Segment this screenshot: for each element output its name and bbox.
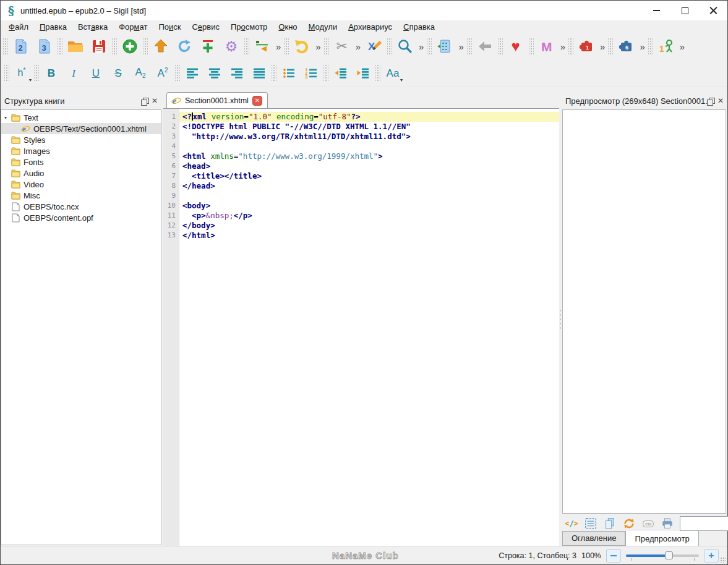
code-line-11[interactable]: 11 <p>&nbsp;</p>	[163, 211, 559, 221]
numbered-list-button[interactable]: 1 2 3	[300, 62, 322, 83]
toolbar-grip[interactable]	[4, 65, 9, 81]
expander-icon[interactable]: ▾	[1, 115, 10, 121]
code-line-9[interactable]: 9	[163, 191, 559, 201]
menu-item-2[interactable]: Вставка	[72, 22, 113, 32]
close-dock-icon[interactable]: ✕	[152, 97, 158, 104]
toolbar-grip[interactable]	[323, 65, 328, 81]
toolbar-grip[interactable]	[387, 38, 392, 54]
tree-item-4[interactable]: Fonts	[1, 156, 161, 168]
menu-item-5[interactable]: Сервис	[186, 22, 225, 32]
toolbar-grip[interactable]	[608, 38, 613, 54]
code-line-10[interactable]: 10<body>	[163, 201, 559, 211]
preview-viewport[interactable]	[562, 109, 726, 514]
code-line-6[interactable]: 6<head>	[163, 161, 559, 171]
toolbar-grip[interactable]	[175, 65, 180, 81]
menu-item-6[interactable]: Просмотр	[225, 22, 273, 32]
minimize-button[interactable]	[642, 1, 670, 20]
toolbar-grip[interactable]	[375, 65, 380, 81]
outdent-button[interactable]	[330, 62, 352, 83]
menu-item-4[interactable]: Поиск	[153, 22, 186, 32]
toolbar-overflow-button[interactable]: »	[417, 41, 426, 52]
select-all-button[interactable]	[584, 517, 597, 530]
marked-text-button[interactable]: M	[535, 35, 559, 57]
toolbar-grip[interactable]	[427, 38, 432, 54]
maximize-button[interactable]	[670, 1, 699, 20]
menu-item-8[interactable]: Модули	[303, 22, 343, 32]
toolbar-grip[interactable]	[112, 38, 117, 54]
undo-button[interactable]	[290, 35, 314, 57]
inspect-code-button[interactable]: </>	[565, 517, 578, 530]
well-formed-check-button[interactable]: X	[362, 35, 386, 57]
tree-item-9[interactable]: OEBPS/content.opf	[1, 212, 161, 223]
new-epub2-button[interactable]: 2	[9, 35, 33, 57]
align-center-button[interactable]	[203, 62, 226, 83]
cut-button[interactable]: ✂	[330, 35, 354, 57]
toolbar-overflow-button[interactable]: »	[678, 41, 687, 52]
toolbar-grip[interactable]	[272, 65, 276, 81]
strikethrough-button[interactable]: S	[107, 62, 129, 83]
metadata-editor-button[interactable]	[433, 35, 456, 57]
italic-button[interactable]: I	[62, 62, 85, 83]
tree-item-2[interactable]: Styles	[1, 134, 161, 145]
float-dock-icon[interactable]	[141, 98, 148, 104]
bullet-list-button[interactable]	[278, 62, 300, 83]
toolbar-grip[interactable]	[324, 38, 329, 54]
code-line-13[interactable]: 13</html>	[163, 231, 559, 240]
new-epub3-button[interactable]: 3	[33, 35, 56, 57]
add-existing-button[interactable]	[149, 35, 173, 57]
refresh-preview-button[interactable]	[622, 517, 636, 530]
close-dock-icon[interactable]: ✕	[717, 97, 724, 104]
save-button[interactable]	[87, 35, 111, 57]
insert-file-button[interactable]	[196, 35, 220, 57]
book-browser-tree[interactable]: ▾TexteOEBPS/Text/Section0001.xhtmlStyles…	[1, 109, 161, 545]
copy-button[interactable]	[603, 517, 617, 530]
plugin1-button[interactable]: 1	[575, 35, 598, 57]
find-replace-button[interactable]	[393, 35, 417, 57]
css-toggle-button[interactable]: css	[641, 517, 655, 530]
code-line-8[interactable]: 8</head>	[163, 181, 559, 191]
close-button[interactable]	[699, 1, 727, 20]
tree-item-8[interactable]: OEBPS/toc.ncx	[1, 201, 161, 212]
toolbar-grip[interactable]	[648, 38, 653, 54]
code-line-5[interactable]: 5<html xmlns="http://www.w3.org/1999/xht…	[163, 151, 559, 161]
tree-item-1[interactable]: eOEBPS/Text/Section0001.xhtml	[1, 123, 161, 134]
toolbar-overflow-button[interactable]: »	[314, 41, 322, 52]
align-right-button[interactable]	[226, 62, 248, 83]
resize-grip[interactable]	[720, 557, 726, 563]
tree-item-7[interactable]: Misc	[1, 190, 161, 201]
toolbar-grip[interactable]	[284, 38, 289, 54]
toolbar-grip[interactable]	[467, 38, 472, 54]
toolbar-grip[interactable]	[34, 65, 39, 81]
plugin-launcher-button[interactable]: 1	[654, 35, 678, 57]
code-line-12[interactable]: 12</body>	[163, 221, 559, 231]
subscript-button[interactable]: A2	[129, 62, 152, 83]
code-line-7[interactable]: 7 <title></title>	[163, 171, 559, 181]
plugin6-button[interactable]: 6	[614, 35, 638, 57]
open-button[interactable]	[64, 35, 87, 57]
code-line-1[interactable]: 1<?xml version="1.0" encoding="utf-8"?>	[163, 112, 559, 122]
toolbar-overflow-button[interactable]: »	[274, 41, 283, 52]
title-bar[interactable]: § untitled.epub – epub2.0 – Sigil [std]	[1, 1, 727, 20]
tab-preview[interactable]: Предпросмотр	[625, 531, 698, 547]
toolbar-overflow-button[interactable]: »	[559, 41, 567, 52]
toolbar-grip[interactable]	[3, 38, 8, 54]
settings-button[interactable]: ⚙	[220, 35, 243, 57]
back-button[interactable]	[473, 35, 497, 57]
menu-item-10[interactable]: Справка	[398, 22, 440, 32]
indent-button[interactable]	[352, 62, 374, 83]
menu-item-3[interactable]: Формат	[113, 22, 153, 32]
toolbar-grip[interactable]	[143, 38, 148, 54]
zoom-in-button[interactable]: +	[704, 549, 719, 563]
zoom-out-button[interactable]	[606, 549, 621, 563]
bold-button[interactable]: B	[40, 62, 62, 83]
menu-item-9[interactable]: Архивариус	[343, 22, 398, 32]
reload-button[interactable]	[173, 35, 196, 57]
code-editor[interactable]: 1<?xml version="1.0" encoding="utf-8"?>2…	[163, 109, 559, 546]
float-dock-icon[interactable]	[707, 98, 714, 104]
toolbar-grip[interactable]	[529, 38, 534, 54]
toolbar-grip[interactable]	[568, 38, 573, 54]
toolbar-grip[interactable]	[498, 38, 503, 54]
toolbar-overflow-button[interactable]: »	[354, 41, 362, 52]
menu-item-7[interactable]: Окно	[273, 22, 302, 32]
tree-item-5[interactable]: Audio	[1, 168, 161, 179]
